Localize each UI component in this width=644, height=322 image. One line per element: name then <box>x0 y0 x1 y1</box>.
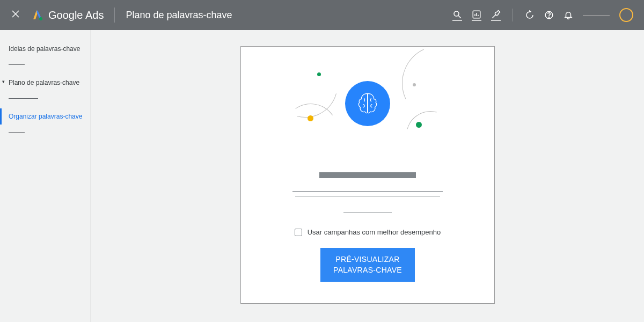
notifications-icon[interactable] <box>564 10 573 20</box>
sidebar-item-keyword-plan[interactable]: Plano de palavras-chave <box>0 75 91 91</box>
page-title: Plano de palavras-chave <box>126 10 232 21</box>
decorative-dot <box>413 83 416 86</box>
preview-keywords-button[interactable]: PRÉ-VISUALIZAR PALAVRAS-CHAVE <box>320 248 415 282</box>
svg-point-3 <box>454 11 459 16</box>
google-ads-icon <box>31 9 44 21</box>
sidebar: Ideias de palavras-chave Plano de palavr… <box>0 30 91 322</box>
preview-button-line1: PRÉ-VISUALIZAR <box>335 255 399 264</box>
brain-icon <box>345 81 390 126</box>
sidebar-placeholder <box>9 64 25 65</box>
app-header: Google Ads Plano de palavras-chave <box>0 0 644 30</box>
main-area: Ideias de palavras-chave Plano de palavr… <box>0 30 644 322</box>
header-actions <box>452 8 633 22</box>
header-separator <box>513 9 513 21</box>
sidebar-item-organize-keywords[interactable]: Organizar palavras-chave <box>0 108 91 125</box>
svg-line-4 <box>458 16 461 18</box>
card-text-placeholder <box>292 172 443 213</box>
svg-point-2 <box>39 17 42 20</box>
avatar[interactable] <box>619 8 633 22</box>
preview-button-line2: PALAVRAS-CHAVE <box>333 266 402 274</box>
header-divider <box>114 8 115 23</box>
organize-card: Usar campanhas com melhor desempenho PRÉ… <box>240 46 495 304</box>
content-area: Usar campanhas com melhor desempenho PRÉ… <box>91 30 644 322</box>
search-icon[interactable] <box>452 10 462 21</box>
sidebar-item-keyword-ideas[interactable]: Ideias de palavras-chave <box>0 41 91 57</box>
close-icon[interactable] <box>11 9 20 21</box>
use-best-campaigns-row: Usar campanhas com melhor desempenho <box>295 228 441 236</box>
sidebar-placeholder <box>9 132 25 133</box>
tools-icon[interactable] <box>491 10 501 21</box>
reports-icon[interactable] <box>472 10 481 21</box>
account-placeholder <box>583 15 610 16</box>
sidebar-placeholder <box>9 98 38 99</box>
svg-line-9 <box>492 14 496 18</box>
brand-text: Google Ads <box>48 9 104 21</box>
use-best-campaigns-checkbox[interactable] <box>295 229 302 236</box>
help-icon[interactable] <box>544 10 554 20</box>
refresh-icon[interactable] <box>525 10 535 20</box>
brand-logo[interactable]: Google Ads <box>31 9 104 21</box>
svg-point-11 <box>548 17 549 18</box>
decorative-dot <box>416 122 422 128</box>
card-illustration <box>241 60 494 145</box>
decorative-dot <box>317 72 321 76</box>
use-best-campaigns-label: Usar campanhas com melhor desempenho <box>308 228 441 236</box>
decorative-dot <box>308 115 313 121</box>
